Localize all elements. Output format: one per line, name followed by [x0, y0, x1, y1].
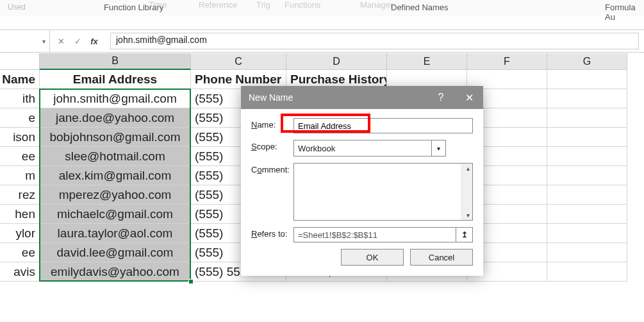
name-box[interactable]: ▾: [0, 30, 50, 52]
ribbon-group-defined-names: Defined Names: [391, 3, 449, 12]
col-a-partial[interactable]: [0, 53, 40, 70]
new-name-dialog: New Name ? ✕ Name: Scope: Workbook ▾ Com…: [241, 86, 483, 276]
name-label: Name:: [251, 118, 293, 130]
ribbon-recently-used: Used: [8, 3, 26, 12]
dialog-close-button[interactable]: ✕: [455, 86, 483, 109]
column-header-b[interactable]: B: [40, 53, 191, 70]
ribbon-functions-partial: Functions: [285, 0, 320, 10]
comment-label: Comment:: [251, 163, 293, 174]
scope-value: Workbook: [298, 144, 335, 153]
ribbon-group-formula-auditing-partial: Formula Au: [605, 3, 644, 22]
cell-g[interactable]: [547, 243, 627, 262]
cancel-formula-icon[interactable]: ✕: [54, 34, 68, 48]
ribbon-manager-partial: Manager: [360, 0, 393, 10]
column-header-d[interactable]: D: [286, 53, 387, 70]
ribbon-reference-partial: Reference: [199, 0, 237, 10]
cell-a[interactable]: ee: [0, 243, 40, 262]
cell-b[interactable]: david.lee@gmail.com: [40, 243, 191, 262]
cell-g[interactable]: [547, 262, 627, 282]
cell-a[interactable]: ison: [0, 128, 40, 147]
dialog-title-text: New Name: [249, 92, 293, 103]
cell-a[interactable]: rez: [0, 185, 40, 205]
cell-a1[interactable]: Name: [0, 70, 40, 89]
scope-select[interactable]: Workbook ▾: [293, 140, 446, 157]
cell-a[interactable]: e: [0, 108, 40, 128]
insert-function-icon[interactable]: fx: [87, 34, 101, 48]
dialog-body: Name: Scope: Workbook ▾ Comment: ▴ ▾ Ref…: [241, 109, 483, 276]
cell-b[interactable]: jane.doe@yahoo.com: [40, 108, 191, 128]
cell-b[interactable]: bobjohnson@gmail.com: [40, 128, 191, 147]
cell-g[interactable]: [547, 89, 627, 108]
cell-b[interactable]: alex.kim@gmail.com: [40, 166, 191, 185]
cancel-button[interactable]: Cancel: [410, 249, 473, 266]
dialog-titlebar[interactable]: New Name ? ✕: [241, 86, 483, 109]
dialog-help-button[interactable]: ?: [427, 86, 455, 109]
cell-a[interactable]: avis: [0, 262, 40, 282]
column-header-f[interactable]: F: [467, 53, 547, 70]
scope-label: Scope:: [251, 140, 293, 151]
comment-scrollbar[interactable]: ▴ ▾: [461, 164, 472, 220]
ribbon-fragment: Used Function Library Time Reference Tri…: [0, 0, 644, 17]
cell-g[interactable]: [547, 128, 627, 147]
cell-g1[interactable]: [547, 70, 627, 89]
refers-to-input[interactable]: [293, 227, 456, 242]
cell-a[interactable]: ee: [0, 147, 40, 166]
comment-textarea[interactable]: ▴ ▾: [293, 163, 473, 221]
cell-b[interactable]: michaelc@gmail.com: [40, 205, 191, 224]
column-header-g[interactable]: G: [547, 53, 627, 70]
cell-a[interactable]: m: [0, 166, 40, 185]
cell-g[interactable]: [547, 224, 627, 243]
formula-bar: ▾ ✕ ✓ fx john.smith@gmail.com: [0, 30, 644, 53]
collapse-dialog-icon[interactable]: ↥: [456, 227, 473, 242]
cell-g[interactable]: [547, 166, 627, 185]
scroll-up-icon[interactable]: ▴: [466, 165, 470, 172]
cell-b1[interactable]: Email Address: [40, 70, 191, 89]
formula-input[interactable]: john.smith@gmail.com: [110, 33, 639, 49]
ribbon-time-partial: Time: [149, 0, 167, 10]
column-headers: B C D E F G: [0, 53, 644, 70]
cell-b[interactable]: mperez@yahoo.com: [40, 185, 191, 205]
cell-b[interactable]: slee@hotmail.com: [40, 147, 191, 166]
column-header-c[interactable]: C: [191, 53, 286, 70]
refers-to-label: Refers to:: [251, 227, 293, 239]
name-input[interactable]: [293, 118, 473, 133]
cell-a[interactable]: hen: [0, 205, 40, 224]
cell-b[interactable]: emilydavis@yahoo.com: [40, 262, 191, 282]
enter-formula-icon[interactable]: ✓: [70, 34, 85, 48]
cell-a[interactable]: ith: [0, 89, 40, 108]
column-header-e[interactable]: E: [387, 53, 467, 70]
cell-g[interactable]: [547, 185, 627, 205]
cell-g[interactable]: [547, 108, 627, 128]
cell-b[interactable]: john.smith@gmail.com: [40, 89, 191, 108]
chevron-down-icon[interactable]: ▾: [431, 140, 445, 156]
ok-button[interactable]: OK: [341, 249, 404, 266]
cell-g[interactable]: [547, 147, 627, 166]
scroll-down-icon[interactable]: ▾: [466, 212, 470, 219]
cell-a[interactable]: ylor: [0, 224, 40, 243]
ribbon-trig-partial: Trig: [256, 0, 270, 10]
cell-g[interactable]: [547, 205, 627, 224]
name-box-dropdown-icon[interactable]: ▾: [42, 38, 45, 45]
formula-bar-buttons: ✕ ✓ fx: [50, 34, 105, 48]
cell-b[interactable]: laura.taylor@aol.com: [40, 224, 191, 243]
